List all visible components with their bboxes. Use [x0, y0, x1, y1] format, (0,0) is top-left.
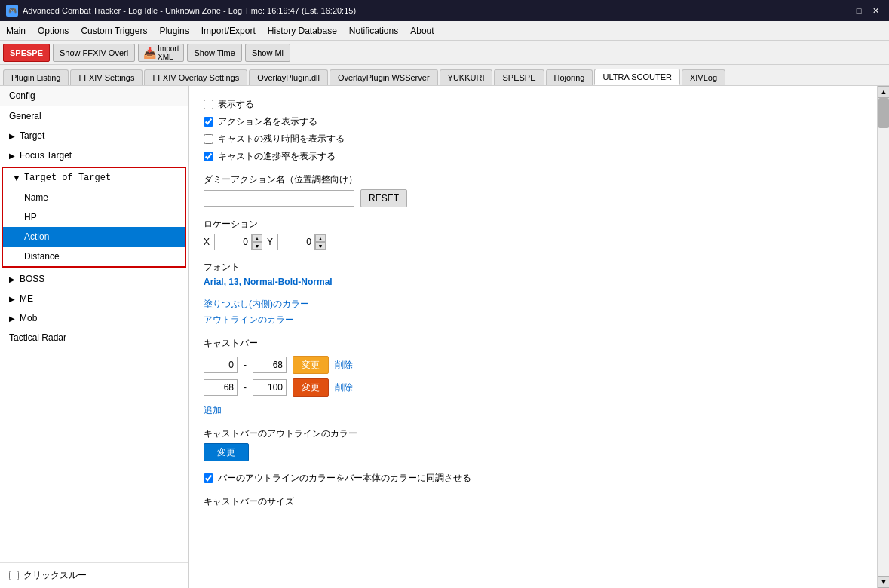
tab-spespe[interactable]: SPESPE: [494, 69, 544, 85]
font-section: フォント Arial, 13, Normal-Bold-Normal: [204, 261, 862, 287]
show-mi-button[interactable]: Show Mi: [245, 44, 290, 62]
tot-arrow: ▼: [12, 173, 21, 183]
distance-label: Distance: [24, 251, 60, 262]
dummy-action-input[interactable]: [204, 190, 354, 207]
tab-ffxiv-overlay-settings[interactable]: FFXIV Overlay Settings: [144, 69, 247, 85]
menu-main[interactable]: Main: [0, 21, 32, 40]
castbar-to-1[interactable]: [253, 379, 287, 396]
show-ffxiv-button[interactable]: Show FFXIV Overl: [53, 44, 135, 62]
menu-import-export[interactable]: Import/Export: [195, 21, 262, 40]
castbar-outline-section: キャストバーのアウトラインのカラー 変更: [204, 427, 862, 461]
castbar-to-0[interactable]: [253, 357, 287, 373]
tab-ffxiv-settings[interactable]: FFXIV Settings: [70, 69, 143, 85]
x-input[interactable]: [214, 234, 252, 250]
sidebar-item-mob[interactable]: ▶ Mob: [0, 308, 188, 328]
show-cast-remaining-checkbox[interactable]: [204, 134, 213, 144]
menu-about[interactable]: About: [404, 21, 440, 40]
y-input[interactable]: [277, 234, 315, 250]
me-label: ME: [20, 293, 33, 304]
colors-section: 塗りつぶし(内側)のカラー アウトラインのカラー: [204, 298, 862, 326]
sidebar-item-tactical-radar[interactable]: Tactical Radar: [0, 328, 188, 348]
tab-ultra-scouter[interactable]: ULTRA SCOUTER: [594, 69, 679, 85]
menu-plugins[interactable]: Plugins: [153, 21, 195, 40]
title-bar: 🎮 Advanced Combat Tracker - Log Idle - U…: [0, 0, 889, 21]
dummy-action-label: ダミーアクション名（位置調整向け）: [204, 173, 862, 186]
tot-children: Name HP Action Distance: [3, 188, 185, 266]
castbar-delete-0-link[interactable]: 削除: [335, 359, 353, 372]
tab-yukkuri[interactable]: YUKKURI: [440, 69, 493, 85]
tab-overlay-plugin-wsserver[interactable]: OverlayPlugin WSServer: [330, 69, 438, 85]
castbar-row-0: - 変更 削除: [204, 356, 862, 374]
name-label: Name: [24, 192, 48, 203]
show-display-checkbox[interactable]: [204, 100, 213, 109]
sidebar-item-focus-target[interactable]: ▶ Focus Target: [0, 145, 188, 165]
show-time-button[interactable]: Show Time: [187, 44, 241, 62]
x-spinner-buttons: ▲ ▼: [252, 234, 262, 250]
castbar-from-0[interactable]: [204, 357, 238, 373]
checkbox-row-2: キャストの残り時間を表示する: [204, 133, 862, 145]
castbar-add-link[interactable]: 追加: [204, 404, 222, 417]
sidebar-item-general[interactable]: General: [0, 106, 188, 126]
sidebar-item-target[interactable]: ▶ Target: [0, 126, 188, 145]
sidebar-item-boss[interactable]: ▶ BOSS: [0, 269, 188, 289]
tab-xivlog[interactable]: XIVLog: [682, 69, 725, 85]
sidebar-item-me[interactable]: ▶ ME: [0, 289, 188, 308]
show-display-label: 表示する: [218, 98, 254, 111]
fill-color-link[interactable]: 塗りつぶし(内側)のカラー: [204, 298, 862, 311]
import-xml-button[interactable]: 📥 ImportXML: [138, 44, 184, 62]
sidebar: General ▶ Target ▶ Focus Target ▼ Target…: [0, 106, 188, 562]
minimize-button[interactable]: ─: [835, 5, 850, 17]
config-panel: Config General ▶ Target ▶ Focus Target: [0, 86, 189, 588]
menu-options[interactable]: Options: [32, 21, 75, 40]
tab-plugin-listing[interactable]: Plugin Listing: [3, 69, 69, 85]
x-down-button[interactable]: ▼: [252, 242, 262, 250]
y-down-button[interactable]: ▼: [315, 242, 326, 250]
main-content: Config General ▶ Target ▶ Focus Target: [0, 86, 889, 588]
font-value-link[interactable]: Arial, 13, Normal-Bold-Normal: [204, 277, 333, 287]
clickthrough-label: クリックスルー: [23, 569, 87, 582]
sidebar-item-name[interactable]: Name: [3, 188, 185, 207]
mob-arrow: ▶: [9, 314, 17, 323]
castbar-outline-color-button[interactable]: 変更: [204, 443, 249, 461]
title-text: Advanced Combat Tracker - Log Idle - Unk…: [23, 6, 835, 15]
close-button[interactable]: ✕: [868, 5, 883, 17]
sidebar-item-hp[interactable]: HP: [3, 207, 185, 227]
menu-notifications[interactable]: Notifications: [343, 21, 404, 40]
maximize-button[interactable]: □: [851, 5, 866, 17]
tab-hojoring[interactable]: Hojoring: [546, 69, 593, 85]
castbar-size-label: キャストバーのサイズ: [204, 495, 862, 508]
checkbox-row-1: アクション名を表示する: [204, 115, 862, 128]
menu-custom-triggers[interactable]: Custom Triggers: [75, 21, 153, 40]
show-cast-progress-checkbox[interactable]: [204, 152, 213, 161]
sidebar-item-distance[interactable]: Distance: [3, 247, 185, 266]
castbar-change-0-button[interactable]: 変更: [293, 356, 329, 374]
castbar-change-1-button[interactable]: 変更: [293, 378, 329, 397]
y-up-button[interactable]: ▲: [315, 234, 326, 242]
castbar-delete-1-link[interactable]: 削除: [335, 381, 353, 394]
castbar-row-1: - 変更 削除: [204, 378, 862, 397]
scroll-thumb[interactable]: [878, 98, 889, 128]
scroll-up-button[interactable]: ▲: [878, 86, 889, 98]
config-tab-label[interactable]: Config: [0, 86, 188, 106]
target-label: Target: [20, 130, 44, 141]
show-action-name-checkbox[interactable]: [204, 117, 213, 127]
menu-history-database[interactable]: History Database: [262, 21, 343, 40]
castbar-from-1[interactable]: [204, 379, 238, 396]
sync-color-checkbox[interactable]: [204, 473, 213, 483]
outline-color-link[interactable]: アウトラインのカラー: [204, 314, 862, 326]
dummy-action-section: ダミーアクション名（位置調整向け） RESET: [204, 173, 862, 207]
general-label: General: [9, 111, 41, 121]
checkbox-row-0: 表示する: [204, 98, 862, 111]
sidebar-item-action[interactable]: Action: [3, 227, 185, 247]
clickthrough-item: クリックスルー: [9, 569, 179, 582]
sidebar-item-target-of-target[interactable]: ▼ Target of Target: [3, 168, 185, 188]
spespe-button[interactable]: SPESPE: [3, 44, 50, 62]
app-icon: 🎮: [6, 5, 18, 17]
x-up-button[interactable]: ▲: [252, 234, 262, 242]
y-spinner-buttons: ▲ ▼: [315, 234, 326, 250]
dummy-action-reset-button[interactable]: RESET: [360, 189, 407, 207]
tab-overlay-plugin-dll[interactable]: OverlayPlugin.dll: [249, 69, 328, 85]
clickthrough-checkbox[interactable]: [9, 571, 19, 580]
show-cast-remaining-label: キャストの残り時間を表示する: [218, 133, 345, 145]
scroll-down-button[interactable]: ▼: [878, 576, 889, 588]
